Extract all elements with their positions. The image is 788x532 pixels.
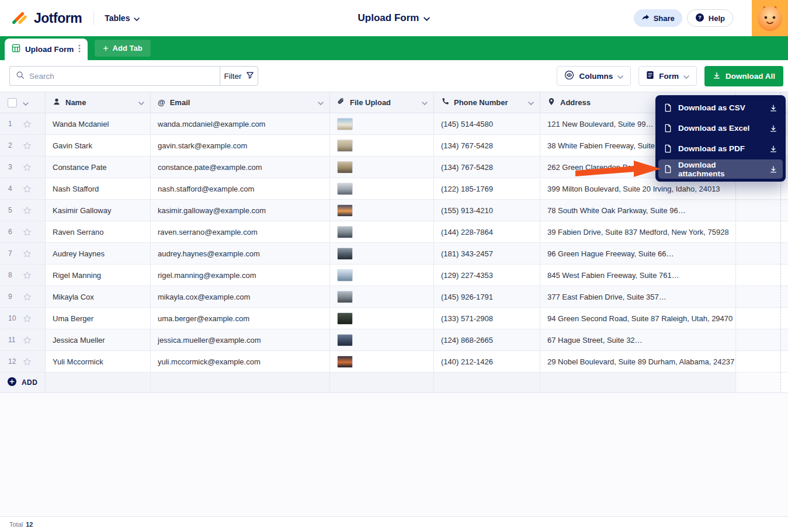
- cell-email[interactable]: uma.berger@example.com: [151, 308, 330, 329]
- file-thumbnail[interactable]: [337, 183, 353, 195]
- search-input[interactable]: [29, 72, 214, 81]
- cell-phone[interactable]: (144) 228-7864: [434, 221, 540, 242]
- cell-name[interactable]: Raven Serrano: [46, 221, 151, 242]
- file-thumbnail[interactable]: [337, 118, 353, 130]
- file-thumbnail[interactable]: [337, 204, 353, 217]
- file-thumbnail[interactable]: [337, 161, 353, 173]
- star-icon[interactable]: [23, 206, 32, 215]
- cell-email[interactable]: mikayla.cox@example.com: [151, 286, 330, 307]
- cell-file-upload[interactable]: [330, 221, 434, 242]
- help-button[interactable]: ? Help: [687, 9, 733, 27]
- chevron-down-icon[interactable]: [138, 98, 144, 107]
- cell-address[interactable]: 96 Green Hague Freeway, Suite 66…: [540, 243, 736, 264]
- cell-name[interactable]: Kasimir Galloway: [46, 200, 151, 221]
- cell-phone[interactable]: (181) 343-2457: [434, 243, 540, 264]
- cell-email[interactable]: jessica.mueller@example.com: [151, 329, 330, 350]
- chevron-down-icon[interactable]: [528, 98, 534, 107]
- cell-address[interactable]: 78 South White Oak Parkway, Suite 96…: [540, 200, 736, 221]
- cell-address[interactable]: 67 Hague Street, Suite 32…: [540, 329, 736, 350]
- tables-dropdown[interactable]: Tables: [105, 13, 140, 23]
- cell-email[interactable]: nash.stafford@example.com: [151, 178, 330, 199]
- cell-phone[interactable]: (134) 767-5428: [434, 157, 540, 178]
- cell-file-upload[interactable]: [330, 178, 434, 199]
- cell-email[interactable]: kasimir.galloway@example.com: [151, 200, 330, 221]
- cell-email[interactable]: constance.pate@example.com: [151, 157, 330, 178]
- cell-file-upload[interactable]: [330, 157, 434, 178]
- cell-address[interactable]: 377 East Fabien Drive, Suite 357…: [540, 286, 736, 307]
- cell-file-upload[interactable]: [330, 135, 434, 156]
- cell-address[interactable]: 29 Nobel Boulevard, Suite 89 Durham, Ala…: [540, 351, 736, 372]
- cell-name[interactable]: Nash Stafford: [46, 178, 151, 199]
- chevron-down-icon[interactable]: [23, 98, 29, 108]
- star-icon[interactable]: [23, 141, 32, 150]
- cell-phone[interactable]: (145) 926-1791: [434, 286, 540, 307]
- download-all-button[interactable]: Download All: [704, 66, 783, 86]
- cell-phone[interactable]: (134) 767-5428: [434, 135, 540, 156]
- cell-phone[interactable]: (129) 227-4353: [434, 265, 540, 286]
- cell-address[interactable]: 39 Fabien Drive, Suite 837 Medford, New …: [540, 221, 736, 242]
- cell-name[interactable]: Uma Berger: [46, 308, 151, 329]
- cell-phone[interactable]: (122) 185-1769: [434, 178, 540, 199]
- cell-name[interactable]: Mikayla Cox: [46, 286, 151, 307]
- jotform-logo-icon[interactable]: [11, 8, 28, 28]
- cell-file-upload[interactable]: [330, 200, 434, 221]
- cell-email[interactable]: rigel.manning@example.com: [151, 265, 330, 286]
- tab-upload-form[interactable]: Upload Form: [5, 39, 88, 60]
- star-icon[interactable]: [23, 293, 32, 301]
- avatar[interactable]: [752, 0, 788, 36]
- brand-name[interactable]: Jotform: [34, 11, 82, 26]
- cell-address[interactable]: 845 West Fabien Freeway, Suite 761…: [540, 265, 736, 286]
- file-thumbnail[interactable]: [337, 356, 353, 368]
- file-thumbnail[interactable]: [337, 140, 353, 152]
- star-icon[interactable]: [23, 228, 32, 237]
- menu-item-download-as-csv[interactable]: Download as CSV: [658, 98, 783, 117]
- column-header-name[interactable]: Name: [46, 92, 151, 113]
- cell-phone[interactable]: (133) 571-2908: [434, 308, 540, 329]
- filter-button[interactable]: Filter: [220, 66, 258, 86]
- star-icon[interactable]: [23, 249, 32, 258]
- kebab-menu-icon[interactable]: [78, 44, 81, 55]
- menu-item-download-attachments[interactable]: Download attachments: [658, 159, 783, 179]
- chevron-down-icon[interactable]: [422, 98, 428, 107]
- cell-file-upload[interactable]: [330, 265, 434, 286]
- form-title-dropdown[interactable]: Upload Form: [358, 0, 431, 36]
- cell-email[interactable]: yuli.mccormick@example.com: [151, 351, 330, 372]
- cell-phone[interactable]: (155) 913-4210: [434, 200, 540, 221]
- star-icon[interactable]: [23, 163, 32, 172]
- columns-button[interactable]: Columns: [557, 66, 631, 86]
- cell-name[interactable]: Jessica Mueller: [46, 329, 151, 350]
- cell-file-upload[interactable]: [330, 243, 434, 264]
- star-icon[interactable]: [23, 185, 32, 193]
- cell-phone[interactable]: (140) 212-1426: [434, 351, 540, 372]
- cell-file-upload[interactable]: [330, 329, 434, 350]
- add-tab-button[interactable]: + Add Tab: [95, 40, 150, 57]
- column-header-phone[interactable]: Phone Number: [434, 92, 540, 113]
- cell-file-upload[interactable]: [330, 113, 434, 134]
- star-icon[interactable]: [23, 271, 32, 280]
- file-thumbnail[interactable]: [337, 334, 353, 346]
- cell-name[interactable]: Rigel Manning: [46, 265, 151, 286]
- file-thumbnail[interactable]: [337, 269, 353, 281]
- cell-file-upload[interactable]: [330, 286, 434, 307]
- star-icon[interactable]: [23, 120, 32, 128]
- cell-email[interactable]: audrey.haynes@example.com: [151, 243, 330, 264]
- cell-address[interactable]: 94 Green Second Road, Suite 87 Raleigh, …: [540, 308, 736, 329]
- add-entry-button[interactable]: ADD: [0, 373, 46, 392]
- file-thumbnail[interactable]: [337, 248, 353, 260]
- cell-email[interactable]: raven.serrano@example.com: [151, 221, 330, 242]
- file-thumbnail[interactable]: [337, 291, 353, 303]
- cell-file-upload[interactable]: [330, 351, 434, 372]
- select-all-checkbox[interactable]: [8, 98, 17, 107]
- star-icon[interactable]: [23, 357, 32, 366]
- cell-name[interactable]: Gavin Stark: [46, 135, 151, 156]
- star-icon[interactable]: [23, 314, 32, 323]
- cell-file-upload[interactable]: [330, 308, 434, 329]
- file-thumbnail[interactable]: [337, 312, 353, 325]
- cell-email[interactable]: wanda.mcdaniel@example.com: [151, 113, 330, 134]
- cell-email[interactable]: gavin.stark@example.com: [151, 135, 330, 156]
- cell-name[interactable]: Constance Pate: [46, 157, 151, 178]
- menu-item-download-as-excel[interactable]: Download as Excel: [658, 119, 783, 138]
- column-header-email[interactable]: @ Email: [151, 92, 330, 113]
- share-button[interactable]: Share: [634, 9, 682, 27]
- form-button[interactable]: Form: [638, 66, 697, 86]
